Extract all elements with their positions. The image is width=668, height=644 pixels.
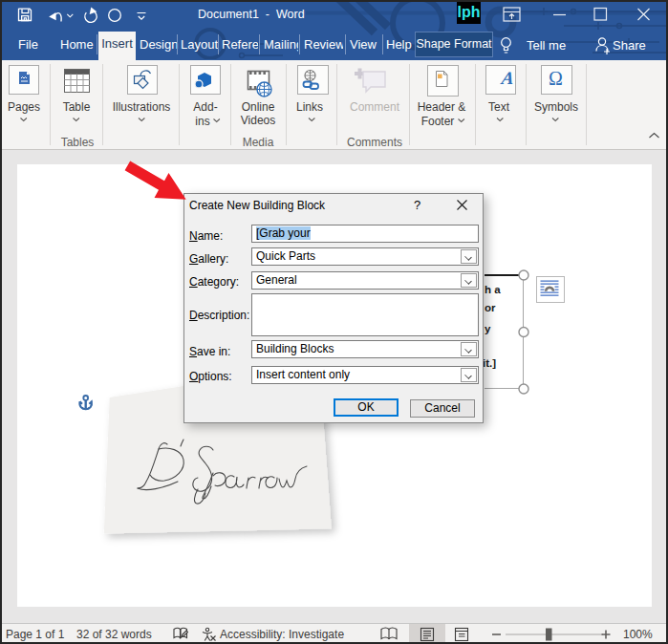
- svg-text:Ω: Ω: [549, 68, 563, 89]
- svg-text:A: A: [500, 68, 516, 88]
